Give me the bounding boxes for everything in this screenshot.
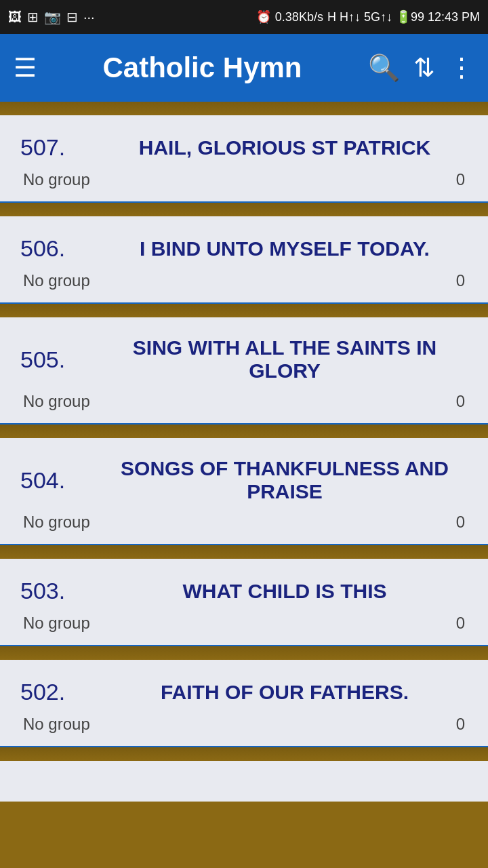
hymn-group: No group <box>23 715 90 734</box>
bg-strip <box>0 102 488 115</box>
bg-strip <box>0 425 488 438</box>
hymn-title: SONGS OF THANKFULNESS AND PRAISE <box>102 457 468 503</box>
hymn-title: SING WITH ALL THE SAINTS IN GLORY <box>102 336 468 382</box>
search-button[interactable]: 🔍 <box>368 53 400 83</box>
status-left-icons: 🖼 ⊞ 📷 ⊟ ··· <box>8 9 95 25</box>
hymn-item-507[interactable]: 507. HAIL, GLORIOUS ST PATRICK No group … <box>0 115 488 203</box>
hymn-number: 505. <box>20 347 88 373</box>
more-icon: ··· <box>83 9 95 25</box>
hymn-title: FAITH OF OUR FATHERS. <box>102 681 468 704</box>
hymn-group: No group <box>23 614 90 633</box>
data-speed: 0.38Kb/s <box>275 10 323 24</box>
signal-icons: H H↑↓ 5G↑↓ 🔋99 12:43 PM <box>327 9 480 24</box>
hymn-item-503[interactable]: 503. WHAT CHILD IS THIS No group 0 <box>0 559 488 646</box>
hymn-title: WHAT CHILD IS THIS <box>102 580 468 603</box>
hymn-number: 503. <box>20 578 88 604</box>
hymn-count: 0 <box>456 614 465 633</box>
bg-strip <box>0 203 488 216</box>
hymn-item-504[interactable]: 504. SONGS OF THANKFULNESS AND PRAISE No… <box>0 438 488 545</box>
hymn-count: 0 <box>456 715 465 734</box>
hymn-title: I BIND UNTO MYSELF TODAY. <box>102 237 468 260</box>
hymn-count: 0 <box>456 170 465 189</box>
hymn-count: 0 <box>456 392 465 411</box>
alarm-icon: ⏰ <box>256 9 271 24</box>
hymn-title: HAIL, GLORIOUS ST PATRICK <box>102 136 468 159</box>
camera-icon: 📷 <box>44 9 61 25</box>
bg-strip <box>0 304 488 317</box>
hymn-number: 502. <box>20 679 88 705</box>
apps-icon: ⊞ <box>27 9 39 25</box>
menu-button[interactable]: ☰ <box>14 53 37 83</box>
hymn-group: No group <box>23 392 90 411</box>
app-title: Catholic Hymn <box>50 52 354 84</box>
bg-strip <box>0 646 488 660</box>
hymn-group: No group <box>23 513 90 532</box>
hymn-item-505[interactable]: 505. SING WITH ALL THE SAINTS IN GLORY N… <box>0 317 488 425</box>
partial-hymn-card <box>0 761 488 802</box>
more-options-button[interactable]: ⋮ <box>449 53 474 83</box>
gallery-icon: 🖼 <box>8 9 22 25</box>
sort-button[interactable]: ⇅ <box>413 53 435 83</box>
hymn-item-506[interactable]: 506. I BIND UNTO MYSELF TODAY. No group … <box>0 216 488 304</box>
hymn-count: 0 <box>456 513 465 532</box>
status-right: ⏰ 0.38Kb/s H H↑↓ 5G↑↓ 🔋99 12:43 PM <box>256 9 480 24</box>
bg-strip-bottom <box>0 747 488 761</box>
hymn-number: 506. <box>20 235 88 262</box>
hymn-item-502[interactable]: 502. FAITH OF OUR FATHERS. No group 0 <box>0 660 488 747</box>
hymn-count: 0 <box>456 271 465 290</box>
hymn-list: 507. HAIL, GLORIOUS ST PATRICK No group … <box>0 102 488 802</box>
status-bar: 🖼 ⊞ 📷 ⊟ ··· ⏰ 0.38Kb/s H H↑↓ 5G↑↓ 🔋99 12… <box>0 0 488 34</box>
hymn-group: No group <box>23 170 90 189</box>
toolbar: ☰ Catholic Hymn 🔍 ⇅ ⋮ <box>0 34 488 102</box>
hymn-group: No group <box>23 271 90 290</box>
hymn-number: 504. <box>20 467 88 494</box>
widget-icon: ⊟ <box>66 9 78 25</box>
hymn-number: 507. <box>20 134 88 161</box>
bg-strip <box>0 545 488 559</box>
